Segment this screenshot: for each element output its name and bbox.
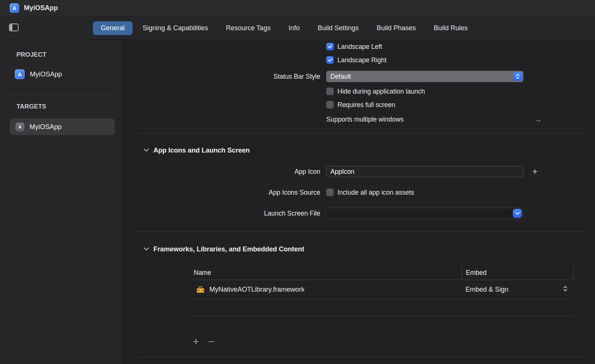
- sidebar-toggle-icon: [9, 23, 19, 31]
- tab-signing-capabilities[interactable]: Signing & Capabilities: [135, 21, 216, 35]
- row-hide-during-launch: Hide during application launch: [137, 85, 586, 98]
- row-status-bar-style: Status Bar Style Default: [137, 69, 586, 84]
- sidebar-item-target[interactable]: A MyiOSApp: [10, 119, 115, 135]
- launch-screen-file-label: Launch Screen File: [137, 210, 326, 217]
- embed-popup-button[interactable]: [563, 285, 568, 294]
- general-settings-pane: Landscape Left Landscape Right Status Ba…: [123, 40, 595, 364]
- chevron-up-down-icon: [515, 73, 520, 79]
- framework-name: MyNativeAOTLibrary.framework: [209, 286, 305, 294]
- column-header-embed: Embed: [462, 266, 574, 280]
- targets-section-header: TARGETS: [16, 103, 123, 110]
- framework-row[interactable]: MyNativeAOTLibrary.framework Embed & Sig…: [187, 280, 574, 299]
- row-supports-multiple-windows: Supports multiple windows →: [137, 112, 586, 126]
- chevron-up-down-icon: [563, 285, 568, 292]
- app-icon-letter: A: [12, 5, 16, 11]
- row-landscape-left: Landscape Left: [137, 40, 586, 53]
- settings-tabs: General Signing & Capabilities Resource …: [93, 21, 476, 35]
- landscape-right-label: Landscape Right: [337, 56, 386, 64]
- project-section-header: PROJECT: [16, 51, 123, 59]
- window-titlebar: A MyiOSApp: [0, 0, 595, 16]
- section-divider: [137, 357, 586, 357]
- app-icons-source-label: App Icons Source: [137, 189, 326, 197]
- section-title: Frameworks, Libraries, and Embedded Cont…: [153, 245, 304, 253]
- chevron-down-icon: [515, 212, 520, 215]
- window-title: MyiOSApp: [24, 4, 58, 12]
- remove-framework-button[interactable]: −: [208, 336, 215, 347]
- frameworks-table: Name Embed MyNativeAOTLibrary.framework …: [187, 266, 574, 316]
- checkbox-include-all-app-icon-assets[interactable]: [326, 189, 334, 196]
- landscape-left-label: Landscape Left: [337, 43, 382, 51]
- row-landscape-right: Landscape Right: [137, 53, 586, 67]
- toolbox-icon: [196, 286, 205, 293]
- tab-build-rules[interactable]: Build Rules: [426, 21, 476, 35]
- checkbox-requires-full-screen[interactable]: [326, 101, 334, 109]
- status-bar-style-label: Status Bar Style: [137, 73, 326, 81]
- requires-full-screen-label: Requires full screen: [337, 101, 395, 109]
- status-bar-style-value: Default: [330, 73, 351, 81]
- row-requires-full-screen: Requires full screen: [137, 98, 586, 112]
- combo-dropdown-button[interactable]: [513, 209, 522, 218]
- launch-screen-file-combo[interactable]: [326, 208, 523, 219]
- chevron-down-icon: [143, 247, 149, 251]
- column-header-name: Name: [187, 266, 462, 280]
- row-app-icons-source: App Icons Source Include all app icon as…: [137, 186, 586, 199]
- section-divider: [137, 133, 586, 134]
- include-all-app-icon-assets-label: Include all app icon assets: [337, 189, 414, 197]
- app-icon-label: App Icon: [137, 168, 326, 176]
- add-framework-button[interactable]: +: [193, 336, 199, 347]
- supports-multiple-windows-label: Supports multiple windows: [326, 116, 404, 123]
- tab-resource-tags[interactable]: Resource Tags: [218, 21, 278, 35]
- app-icon-field[interactable]: [326, 166, 523, 177]
- checkbox-hide-during-launch[interactable]: [326, 88, 334, 95]
- section-divider: [137, 231, 586, 232]
- tab-build-phases[interactable]: Build Phases: [369, 21, 424, 35]
- frameworks-table-header: Name Embed: [187, 266, 574, 280]
- framework-embed-value: Embed & Sign: [465, 286, 508, 294]
- editor-tabbar: General Signing & Capabilities Resource …: [0, 16, 595, 40]
- section-title: App Icons and Launch Screen: [153, 147, 250, 154]
- frameworks-actions: + −: [193, 335, 586, 348]
- popup-stepper-button[interactable]: [513, 72, 522, 81]
- section-frameworks: Frameworks, Libraries, and Embedded Cont…: [143, 244, 586, 254]
- checkmark-icon: [327, 57, 333, 63]
- sidebar-toggle-button[interactable]: [8, 23, 19, 33]
- checkbox-landscape-left[interactable]: [326, 43, 334, 50]
- row-launch-screen-file: Launch Screen File: [137, 207, 586, 220]
- frameworks-empty-area: [187, 299, 574, 316]
- tab-build-settings[interactable]: Build Settings: [310, 21, 367, 35]
- row-app-icon: App Icon +: [137, 165, 586, 178]
- project-icon: A: [15, 69, 25, 79]
- project-item-label: MyiOSApp: [30, 70, 62, 78]
- section-app-icons: App Icons and Launch Screen: [143, 145, 586, 155]
- disclosure-button[interactable]: [143, 148, 149, 152]
- status-bar-style-popup[interactable]: Default: [326, 71, 523, 82]
- app-icon-add-button[interactable]: +: [532, 167, 538, 176]
- chevron-down-icon: [143, 148, 149, 152]
- checkmark-icon: [327, 44, 333, 49]
- tab-info[interactable]: Info: [281, 21, 308, 35]
- target-item-label: MyiOSApp: [29, 123, 62, 131]
- hide-during-launch-label: Hide during application launch: [337, 88, 425, 95]
- disclosure-button[interactable]: [143, 247, 149, 251]
- arrow-right-icon[interactable]: →: [534, 115, 542, 124]
- target-icon: A: [16, 123, 24, 131]
- checkbox-landscape-right[interactable]: [326, 56, 334, 64]
- project-navigator-sidebar: PROJECT A MyiOSApp TARGETS A MyiOSApp: [0, 40, 123, 364]
- sidebar-item-project[interactable]: A MyiOSApp: [15, 67, 115, 82]
- tab-general[interactable]: General: [93, 21, 133, 35]
- app-icon: A: [10, 3, 19, 13]
